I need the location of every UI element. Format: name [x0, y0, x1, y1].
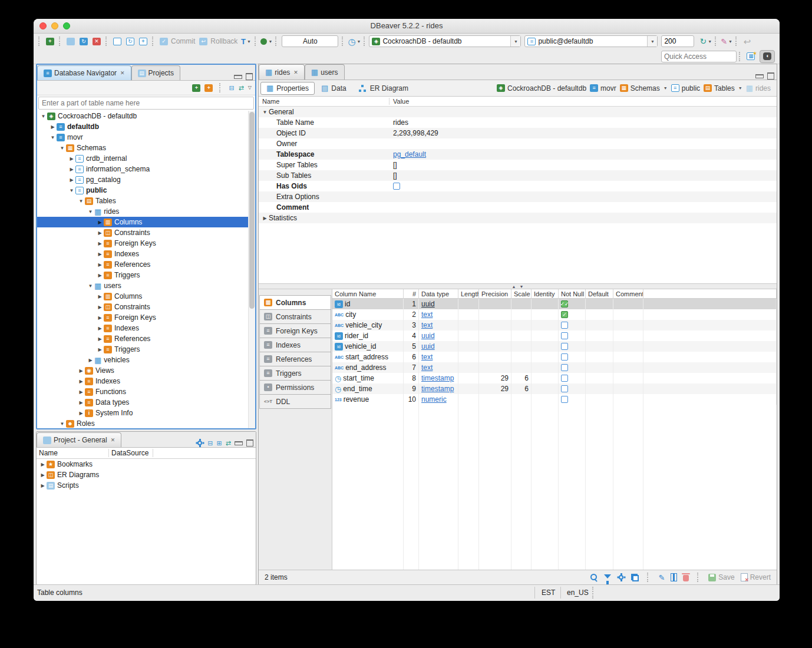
commit-icon[interactable]: [158, 35, 170, 47]
link-with-editor-icon[interactable]: ⇄: [226, 440, 231, 447]
tree-item-views[interactable]: Views: [37, 365, 255, 376]
column-row[interactable]: idrider_id 4 uuid: [332, 330, 777, 341]
column-row[interactable]: ◷end_time 9 timestamp 296: [332, 383, 777, 394]
tree-item-foreign-keys[interactable]: Foreign Keys: [37, 312, 255, 323]
col-header-number[interactable]: #: [404, 289, 419, 298]
collapse-all-icon[interactable]: ⊟: [229, 85, 234, 91]
tree-item-database[interactable]: defaultdb: [37, 121, 255, 132]
side-tab-constraints[interactable]: Constraints: [259, 309, 331, 323]
col-header-length[interactable]: Length: [458, 289, 479, 298]
new-folder-icon[interactable]: [204, 84, 213, 92]
timezone-indicator[interactable]: EST: [542, 589, 555, 597]
rollback-icon[interactable]: [197, 35, 209, 47]
col-header-precision[interactable]: Precision: [479, 289, 511, 298]
reconnect-icon[interactable]: [78, 35, 90, 47]
side-tab-indexes[interactable]: Indexes: [259, 338, 331, 352]
back-icon[interactable]: ↩: [741, 35, 753, 47]
col-header-identity[interactable]: Identity: [532, 289, 559, 298]
column-header-datasource[interactable]: DataSource: [109, 449, 153, 457]
link-with-editor-icon[interactable]: ⇄: [239, 85, 244, 91]
datatype-link[interactable]: numeric: [421, 395, 447, 404]
column-row[interactable]: ABCend_address 7 text: [332, 362, 777, 373]
not-null-checkbox[interactable]: [561, 343, 568, 350]
property-row[interactable]: Object ID2,293,998,429: [259, 128, 777, 138]
property-row[interactable]: Sub Tables[]: [259, 170, 777, 181]
not-null-checkbox[interactable]: [561, 332, 568, 339]
rollback-label[interactable]: Rollback: [210, 37, 237, 45]
splitter-handle[interactable]: ▲▼: [259, 283, 777, 289]
tree-item-schema[interactable]: information_schema: [37, 164, 255, 174]
datatype-link[interactable]: text: [421, 321, 433, 329]
tree-scrollbar[interactable]: [248, 111, 255, 428]
tab-projects[interactable]: Projects: [131, 65, 180, 80]
project-item-er-diagrams[interactable]: ER Diagrams: [37, 470, 256, 480]
collapse-all-icon[interactable]: ⊟: [207, 440, 213, 447]
not-null-checkbox[interactable]: ✓: [561, 311, 568, 318]
property-row[interactable]: Comment: [259, 202, 777, 213]
table-filter-input[interactable]: [38, 97, 254, 110]
tab-project-general[interactable]: Project - General ✕: [37, 432, 121, 447]
connect-icon[interactable]: [65, 35, 77, 47]
tree-item-schema[interactable]: public: [37, 185, 255, 196]
tree-item-system-info[interactable]: System Info: [37, 408, 255, 418]
not-null-checkbox[interactable]: [561, 353, 568, 361]
side-tab-columns[interactable]: Columns: [259, 295, 331, 309]
breadcrumb-tables[interactable]: Tables▼: [704, 84, 742, 92]
column-row[interactable]: 123revenue 10 numeric: [332, 394, 777, 405]
col-header-notnull[interactable]: Not Null: [559, 289, 586, 298]
new-connection-icon[interactable]: [44, 35, 56, 47]
recent-sql-editor-icon[interactable]: [124, 35, 136, 47]
settings-icon[interactable]: [617, 573, 625, 581]
new-connection-icon[interactable]: [192, 84, 200, 92]
commit-mode-combo[interactable]: Auto: [282, 35, 338, 47]
schema-combo-arrow[interactable]: ▼: [647, 36, 657, 47]
tree-item-database[interactable]: movr: [37, 132, 255, 143]
quick-access-input[interactable]: [661, 51, 737, 62]
column-row[interactable]: ABCvehicle_city 3 text: [332, 320, 777, 330]
tree-item-tables[interactable]: Tables: [37, 196, 255, 206]
tree-item-triggers[interactable]: Triggers: [37, 270, 255, 280]
tree-item-references[interactable]: References: [37, 259, 255, 270]
breadcrumb-database[interactable]: movr: [590, 84, 616, 92]
side-tab-triggers[interactable]: Triggers: [259, 366, 331, 380]
fetch-size-input[interactable]: [661, 35, 694, 47]
column-row[interactable]: idvehicle_id 5 uuid: [332, 341, 777, 352]
close-icon[interactable]: ✕: [120, 70, 125, 76]
property-group[interactable]: General: [259, 107, 777, 117]
side-tab-foreign-keys[interactable]: Foreign Keys: [259, 323, 331, 338]
tree-item-schema[interactable]: crdb_internal: [37, 153, 255, 164]
datatype-link[interactable]: timestamp: [421, 385, 454, 393]
project-item-scripts[interactable]: Scripts: [37, 480, 256, 491]
datatype-link[interactable]: text: [421, 353, 433, 361]
revert-button[interactable]: Revert: [741, 573, 771, 581]
column-row[interactable]: ABCcity 2 text ✓: [332, 309, 777, 320]
property-row[interactable]: Has Oids: [259, 181, 777, 191]
tree-item-schema[interactable]: pg_catalog: [37, 174, 255, 185]
has-oids-checkbox[interactable]: [393, 183, 400, 190]
property-row[interactable]: Tablespacepg_default: [259, 149, 777, 160]
minimize-panel-icon[interactable]: [234, 75, 242, 79]
edit-icon[interactable]: ✎: [658, 574, 665, 581]
datatype-link[interactable]: text: [421, 310, 433, 319]
tree-item-table[interactable]: ▦rides: [37, 206, 255, 217]
maximize-panel-icon[interactable]: [767, 72, 774, 80]
col-header-scale[interactable]: Scale: [511, 289, 532, 298]
property-row[interactable]: Extra Options: [259, 191, 777, 202]
property-row[interactable]: Table Namerides: [259, 117, 777, 128]
save-button[interactable]: Save: [708, 573, 734, 581]
tree-item-functions[interactable]: Functions: [37, 386, 255, 397]
schema-combo[interactable]: public@defaultdb ▼: [524, 35, 658, 47]
config-layers-icon[interactable]: [631, 574, 639, 581]
dbeaver-perspective-icon[interactable]: ◖: [760, 50, 775, 63]
disconnect-icon[interactable]: [91, 35, 103, 47]
gear-icon[interactable]: [196, 439, 204, 447]
col-header-name[interactable]: Column Name: [332, 289, 404, 298]
datatype-link[interactable]: uuid: [421, 300, 435, 308]
tab-data[interactable]: ▤ Data: [316, 82, 352, 94]
col-header-default[interactable]: Default: [586, 289, 613, 298]
tree-item-indexes[interactable]: Indexes: [37, 249, 255, 259]
locale-indicator[interactable]: en_US: [567, 589, 589, 597]
column-row[interactable]: idid 1 uuid ✓: [332, 299, 777, 309]
tree-item-schemas[interactable]: Schemas: [37, 143, 255, 153]
columns-config-icon[interactable]: [671, 573, 677, 581]
